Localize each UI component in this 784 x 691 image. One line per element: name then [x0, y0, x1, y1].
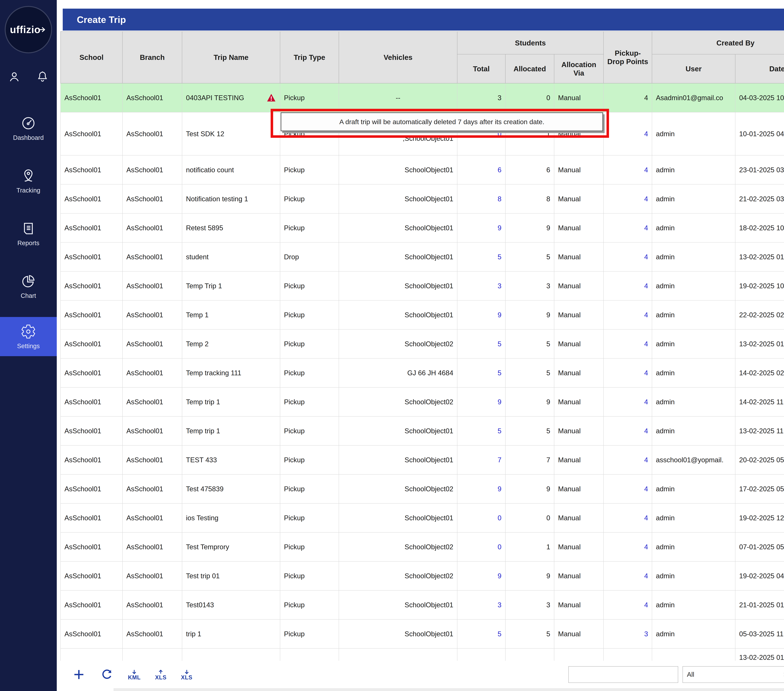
col-branch[interactable]: Branch: [122, 31, 182, 83]
cell-pickup-drop-points[interactable]: 4: [603, 503, 652, 532]
col-created-user[interactable]: User: [652, 54, 735, 83]
cell-allocation-via: Manual: [554, 532, 603, 561]
add-trip-button[interactable]: [72, 668, 86, 681]
warning-icon: [267, 93, 276, 103]
cell-students-total[interactable]: 6: [457, 155, 506, 184]
cell-vehicles: SchoolObject02: [339, 387, 457, 416]
cell-students-total[interactable]: 5: [457, 242, 506, 271]
sidebar: uffizio Dashboard Tracking Rep: [0, 0, 57, 691]
cell-branch: AsSchool01: [122, 503, 182, 532]
cell-pickup-drop-points[interactable]: 4: [603, 112, 652, 155]
search-column-select[interactable]: All: [683, 666, 784, 683]
cell-students-allocated: 0: [506, 503, 554, 532]
logo-arrow-icon: [38, 26, 47, 33]
cell-pickup-drop-points[interactable]: 4: [603, 271, 652, 300]
cell-vehicles: SchoolObject01: [339, 619, 457, 648]
col-trip-name[interactable]: Trip Name: [182, 31, 280, 83]
cell-school: AsSchool01: [61, 112, 122, 155]
cell-trip-name: Test0143: [182, 591, 280, 619]
cell-created-date: 04-03-2025 10:53 AM: [735, 83, 784, 112]
cell-students-total: 3: [457, 83, 506, 112]
cell-school: AsSchool01: [61, 474, 122, 503]
cell-students-total[interactable]: 5: [457, 359, 506, 387]
cell-students-total[interactable]: 9: [457, 387, 506, 416]
cell-trip-name: Retest 5895: [182, 213, 280, 242]
sidebar-item-dashboard[interactable]: Dashboard: [0, 109, 57, 147]
cell-pickup-drop-points[interactable]: 4: [603, 300, 652, 329]
cell-students-total[interactable]: 0: [457, 532, 506, 561]
notifications-bell-icon[interactable]: [36, 70, 49, 84]
table-row: AsSchool01AsSchool01Temp trip 1PickupSch…: [61, 387, 784, 416]
cell-students-total[interactable]: 3: [457, 271, 506, 300]
cell-trip-name: [182, 648, 280, 661]
cell-school: AsSchool01: [61, 619, 122, 648]
cell-pickup-drop-points[interactable]: 4: [603, 591, 652, 619]
cell-pickup-drop-points: [603, 648, 652, 661]
cell-created-user: admin: [652, 184, 735, 213]
col-school[interactable]: School: [61, 31, 122, 83]
sidebar-item-settings[interactable]: Settings: [0, 317, 57, 356]
cell-created-date: 21-02-2025 03:50 PM: [735, 184, 784, 213]
cell-pickup-drop-points[interactable]: 4: [603, 416, 652, 445]
sidebar-item-reports[interactable]: Reports: [0, 215, 57, 252]
cell-pickup-drop-points[interactable]: 3: [603, 619, 652, 648]
kml-download-button[interactable]: KML: [128, 669, 141, 680]
cell-students-total[interactable]: 5: [457, 329, 506, 359]
tracking-icon: [21, 168, 36, 184]
cell-pickup-drop-points[interactable]: 4: [603, 387, 652, 416]
cell-students-total[interactable]: 9: [457, 213, 506, 242]
cell-trip-name: Test trip 01: [182, 561, 280, 591]
cell-branch: AsSchool01: [122, 619, 182, 648]
cell-vehicles: SchoolObject02: [339, 474, 457, 503]
col-pickup-drop-points[interactable]: Pickup- Drop Points: [603, 31, 652, 83]
cell-trip-type: Pickup: [280, 83, 339, 112]
cell-pickup-drop-points[interactable]: 4: [603, 155, 652, 184]
sidebar-item-chart[interactable]: Chart: [0, 267, 57, 305]
cell-pickup-drop-points[interactable]: 4: [603, 242, 652, 271]
cell-students-allocated: 7: [506, 445, 554, 474]
cell-pickup-drop-points[interactable]: 4: [603, 213, 652, 242]
cell-trip-name: Test 475839: [182, 474, 280, 503]
cell-allocation-via: Manual: [554, 271, 603, 300]
xls-upload-button[interactable]: XLS: [155, 669, 166, 680]
col-vehicles[interactable]: Vehicles: [339, 31, 457, 83]
cell-pickup-drop-points[interactable]: 4: [603, 359, 652, 387]
refresh-button[interactable]: [100, 668, 114, 681]
col-students-total[interactable]: Total: [457, 54, 506, 83]
cell-students-allocated: 0: [506, 83, 554, 112]
sidebar-item-tracking[interactable]: Tracking: [0, 162, 57, 200]
user-icon[interactable]: [8, 70, 21, 84]
cell-students-total: [457, 648, 506, 661]
cell-branch: AsSchool01: [122, 445, 182, 474]
cell-vehicles: SchoolObject01: [339, 184, 457, 213]
cell-created-user: admin: [652, 300, 735, 329]
cell-school: AsSchool01: [61, 155, 122, 184]
cell-pickup-drop-points[interactable]: 4: [603, 532, 652, 561]
cell-students-total[interactable]: 5: [457, 619, 506, 648]
cell-students-total[interactable]: 5: [457, 416, 506, 445]
cell-students-allocated: 8: [506, 184, 554, 213]
cell-pickup-drop-points[interactable]: 4: [603, 184, 652, 213]
cell-students-total[interactable]: 9: [457, 300, 506, 329]
col-allocation-via[interactable]: Allocation Via: [554, 54, 603, 83]
cell-students-total[interactable]: 3: [457, 591, 506, 619]
cell-trip-type: Pickup: [280, 387, 339, 416]
cell-trip-name: student: [182, 242, 280, 271]
cell-pickup-drop-points[interactable]: 4: [603, 561, 652, 591]
col-trip-type[interactable]: Trip Type: [280, 31, 339, 83]
xls-download-button[interactable]: XLS: [181, 669, 193, 680]
cell-students-total[interactable]: 7: [457, 445, 506, 474]
main-content: Create Trip ?: [57, 0, 784, 691]
col-students-allocated[interactable]: Allocated: [506, 54, 554, 83]
cell-pickup-drop-points[interactable]: 4: [603, 474, 652, 503]
col-created-date[interactable]: Date: [735, 54, 784, 83]
cell-students-total[interactable]: 9: [457, 561, 506, 591]
cell-pickup-drop-points[interactable]: 4: [603, 329, 652, 359]
cell-school: AsSchool01: [61, 329, 122, 359]
cell-students-total[interactable]: 8: [457, 184, 506, 213]
search-input[interactable]: [568, 666, 678, 683]
cell-students-total[interactable]: 0: [457, 503, 506, 532]
cell-pickup-drop-points[interactable]: 4: [603, 445, 652, 474]
cell-students-total[interactable]: 9: [457, 474, 506, 503]
table-row: AsSchool01AsSchool01notificatio countPic…: [61, 155, 784, 184]
